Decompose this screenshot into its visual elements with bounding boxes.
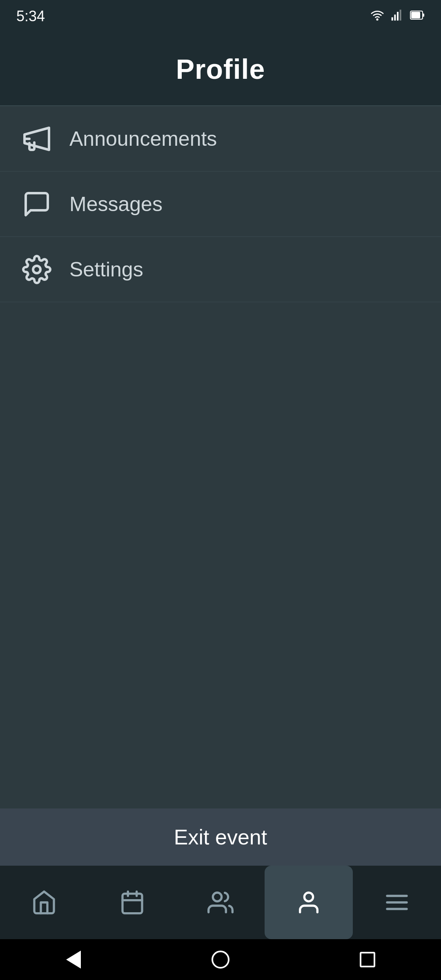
status-bar: 5:34 [0,0,441,33]
svg-rect-3 [397,12,399,20]
android-recents-button[interactable] [355,947,380,972]
bottom-nav [0,866,441,939]
status-time: 5:34 [16,8,45,25]
profile-icon [296,889,322,915]
announcements-icon [20,122,53,155]
schedule-icon [119,889,145,915]
people-icon [207,889,234,915]
settings-label: Settings [69,258,143,281]
android-back-button[interactable] [61,947,86,972]
recents-icon [360,952,375,967]
svg-point-14 [304,893,313,901]
home-button-icon [212,951,229,969]
signal-icon [390,9,403,24]
nav-item-menu[interactable] [353,866,441,939]
menu-item-messages[interactable]: Messages [0,172,441,237]
messages-icon [20,188,53,220]
home-icon [31,889,57,915]
svg-rect-7 [411,12,420,18]
svg-point-8 [33,266,40,273]
nav-item-schedule[interactable] [88,866,176,939]
android-nav-bar [0,939,441,980]
nav-item-profile[interactable] [265,866,353,939]
android-home-button[interactable] [208,947,233,972]
svg-rect-2 [394,14,396,20]
status-icons [371,9,425,24]
menu-icon [384,889,410,915]
svg-rect-4 [400,9,401,20]
nav-item-home[interactable] [0,866,88,939]
exit-event-bar[interactable]: Exit event [0,808,441,866]
svg-rect-1 [392,17,393,20]
back-icon [66,951,81,969]
main-content: Announcements Messages Settings [0,106,441,808]
page-header: Profile [0,33,441,106]
svg-rect-6 [423,13,424,17]
exit-event-label: Exit event [174,825,267,849]
svg-rect-9 [122,894,142,913]
settings-icon [20,253,53,286]
wifi-icon [371,9,384,24]
menu-item-announcements[interactable]: Announcements [0,106,441,172]
menu-item-settings[interactable]: Settings [0,237,441,302]
svg-point-13 [213,893,221,901]
announcements-label: Announcements [69,127,217,151]
svg-point-0 [377,19,378,20]
content-spacer [0,302,441,808]
battery-icon [410,9,425,24]
page-title: Profile [176,53,265,85]
nav-item-people[interactable] [176,866,265,939]
messages-label: Messages [69,192,163,216]
